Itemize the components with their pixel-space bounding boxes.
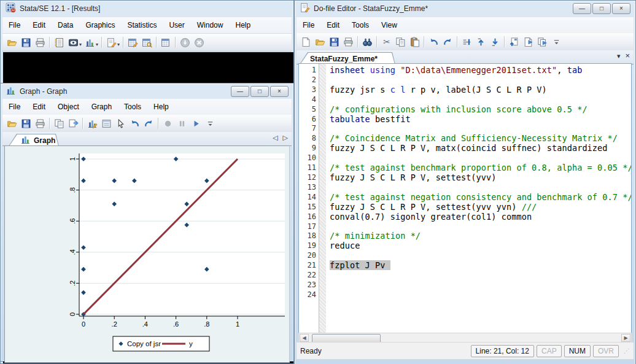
- menu-object[interactable]: Object: [52, 99, 85, 115]
- viewer-button[interactable]: [66, 36, 80, 50]
- dropdown-arrow-icon[interactable]: ▾: [96, 42, 98, 47]
- maximize-button[interactable]: □: [592, 3, 611, 14]
- tab-list-dropdown-icon[interactable]: ▾: [617, 52, 621, 60]
- menu-tools[interactable]: Tools: [346, 17, 375, 33]
- menu-edit[interactable]: Edit: [26, 99, 52, 115]
- menu-data[interactable]: Data: [52, 17, 79, 33]
- copy-graph-button[interactable]: [66, 117, 80, 131]
- save-button[interactable]: [19, 117, 33, 131]
- tab-scroll-left[interactable]: ◁: [273, 134, 277, 142]
- pointer-button[interactable]: [114, 117, 128, 131]
- menu-help[interactable]: Help: [147, 99, 175, 115]
- open-button[interactable]: [5, 117, 19, 131]
- more-buttons-button[interactable]: [203, 117, 217, 131]
- menu-edit[interactable]: Edit: [320, 17, 346, 33]
- code-editor[interactable]: 123456789101112131415161718192021222324 …: [298, 63, 632, 334]
- print-button[interactable]: [33, 117, 47, 131]
- tab-scroll-right[interactable]: ▷: [283, 134, 288, 142]
- menu-window[interactable]: Window: [191, 17, 230, 33]
- redo-button[interactable]: [142, 117, 156, 131]
- code-token: c: [390, 85, 395, 95]
- undo-button[interactable]: [427, 35, 441, 49]
- code-token: tabulate: [330, 114, 370, 124]
- fold-margin: [319, 64, 326, 333]
- editor-window-title: Do-file Editor - StataFuzzy_Emme*: [314, 4, 428, 13]
- menu-file[interactable]: File: [2, 17, 26, 33]
- open-button[interactable]: [5, 36, 19, 50]
- run-button[interactable]: [521, 35, 535, 49]
- do-button[interactable]: [535, 35, 549, 49]
- main-titlebar[interactable]: 12 Stata/SE 12.1 - [Results]: [1, 1, 293, 17]
- variables-manager-button[interactable]: [159, 36, 173, 50]
- record-button[interactable]: [161, 117, 175, 131]
- tab-statafuzzy-emme[interactable]: StataFuzzy_Emme*: [300, 52, 395, 64]
- scroll-left-arrow[interactable]: ◀: [300, 334, 309, 342]
- status-ready: Ready: [300, 347, 322, 355]
- tab-close-icon[interactable]: ×: [625, 51, 630, 60]
- save-button[interactable]: [327, 35, 341, 49]
- find-button[interactable]: [360, 35, 374, 49]
- editor-statusbar: Ready Line: 21, Col: 12 CAPNUMOVR ⋰: [297, 342, 634, 359]
- line-number: 6: [299, 115, 316, 125]
- paste-button[interactable]: [408, 35, 422, 49]
- toggle-bookmark-button[interactable]: [460, 35, 474, 49]
- open-button[interactable]: [313, 35, 327, 49]
- resize-grip[interactable]: ⋰: [624, 347, 630, 354]
- redo-button[interactable]: [441, 35, 455, 49]
- print-button[interactable]: [341, 35, 355, 49]
- pause-icon: [177, 118, 187, 129]
- close-button[interactable]: ×: [270, 86, 289, 97]
- menu-tools[interactable]: Tools: [118, 99, 147, 115]
- tab-graph[interactable]: Graph: [9, 134, 59, 146]
- menu-edit[interactable]: Edit: [26, 17, 52, 33]
- selected-text: fzplot J Pv: [330, 260, 390, 270]
- svg-text:1: 1: [69, 157, 76, 161]
- copy-button[interactable]: [394, 35, 408, 49]
- clear-button[interactable]: [178, 36, 192, 50]
- minimize-button[interactable]: —: [231, 86, 249, 97]
- menu-file[interactable]: File: [2, 99, 26, 115]
- maximize-button[interactable]: □: [250, 86, 269, 97]
- do-file-editor-button[interactable]: [104, 36, 118, 50]
- data-browser-button[interactable]: [140, 36, 154, 50]
- menu-graph[interactable]: Graph: [85, 99, 118, 115]
- copy-button[interactable]: [52, 117, 66, 131]
- undo-button[interactable]: [128, 117, 142, 131]
- cut-button[interactable]: ✂: [379, 35, 394, 49]
- log-button[interactable]: [52, 36, 66, 50]
- new-button[interactable]: [299, 35, 313, 49]
- code-line: [330, 251, 631, 261]
- next-bookmark-button[interactable]: [488, 35, 502, 49]
- close-button[interactable]: ×: [612, 3, 630, 14]
- code-area[interactable]: insheet using "D:\data\Emmenegger2011set…: [326, 64, 631, 333]
- toolbar-separator: [376, 36, 378, 47]
- preview-button[interactable]: [507, 35, 521, 49]
- pause-button[interactable]: [175, 117, 189, 131]
- menu-statistics[interactable]: Statistics: [121, 17, 163, 33]
- object-browser-button[interactable]: [99, 117, 114, 131]
- line-number: 19: [299, 241, 316, 251]
- dropdown-arrow-icon[interactable]: ▾: [117, 42, 120, 47]
- menu-graphics[interactable]: Graphics: [79, 17, 121, 33]
- more-buttons-button[interactable]: [549, 35, 564, 49]
- previous-bookmark-button[interactable]: [474, 35, 488, 49]
- play-button[interactable]: [189, 117, 203, 131]
- menu-view[interactable]: View: [375, 17, 403, 33]
- graph-button[interactable]: [83, 36, 97, 50]
- menu-user[interactable]: User: [163, 17, 190, 33]
- log-icon: [54, 37, 64, 48]
- stata-app-icon: 12: [6, 2, 16, 15]
- save-button[interactable]: [19, 36, 33, 50]
- start-graph-editor-button[interactable]: [85, 117, 99, 131]
- minimize-button[interactable]: —: [573, 3, 591, 14]
- menu-file[interactable]: File: [297, 17, 320, 33]
- scroll-right-arrow[interactable]: ▶: [621, 334, 630, 342]
- break-button[interactable]: [192, 36, 206, 50]
- code-token: ///: [522, 202, 537, 212]
- toolbar-separator: [49, 118, 50, 129]
- code-line: /* test against benchmark proportion of …: [330, 163, 631, 173]
- data-editor-button[interactable]: [126, 36, 140, 50]
- dropdown-arrow-icon[interactable]: ▾: [79, 42, 82, 47]
- print-button[interactable]: [33, 36, 47, 50]
- menu-help[interactable]: Help: [229, 17, 257, 33]
